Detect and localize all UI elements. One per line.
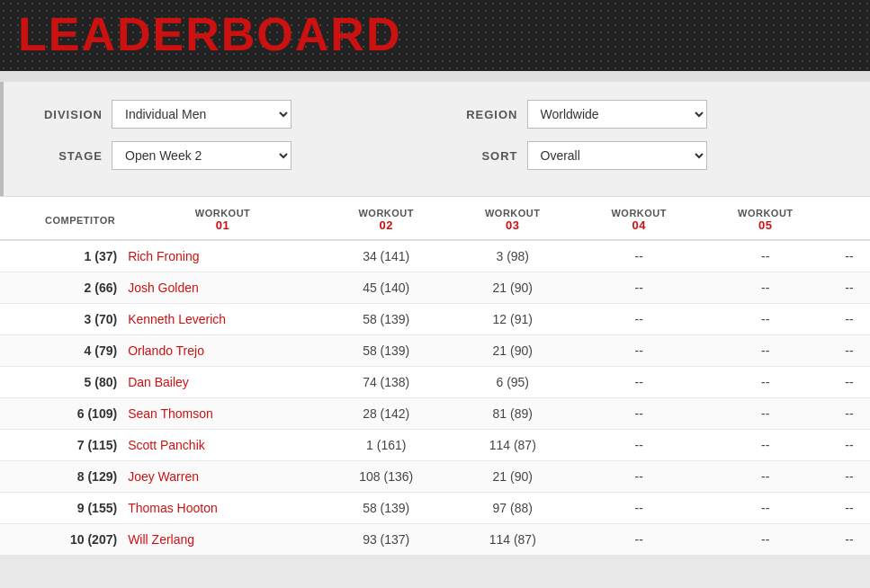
name-cell[interactable]: Kenneth Leverich — [122, 304, 323, 335]
w04-cell: -- — [703, 398, 830, 430]
w04-cell: -- — [703, 367, 830, 398]
w01-cell: 1 (161) — [323, 430, 450, 461]
w03-cell: -- — [576, 398, 703, 430]
w05-cell: -- — [829, 493, 870, 524]
w01-cell: 45 (140) — [323, 272, 450, 304]
w02-cell: 6 (95) — [449, 367, 576, 398]
w05-cell: -- — [829, 304, 870, 335]
col-w02: WORKOUT 02 — [323, 197, 450, 240]
w03-cell: -- — [576, 335, 703, 367]
rank-cell: 4 (79) — [0, 335, 122, 367]
name-cell[interactable]: Scott Panchik — [122, 430, 323, 461]
col-competitor: COMPETITOR — [0, 197, 122, 240]
stage-label: STAGE — [22, 149, 103, 163]
col-w01: WORKOUT 01 — [122, 197, 323, 240]
w05-cell: -- — [829, 430, 870, 461]
w01-cell: 58 (139) — [323, 335, 450, 367]
table-row: 9 (155)Thomas Hooton58 (139)97 (88)-----… — [0, 493, 870, 524]
table-body: 1 (37)Rich Froning34 (141)3 (98)------2 … — [0, 240, 870, 556]
rank-cell: 2 (66) — [0, 272, 122, 304]
name-cell[interactable]: Orlando Trejo — [122, 335, 323, 367]
leaderboard-table-section: COMPETITOR WORKOUT 01 WORKOUT 02 WORKOUT… — [0, 196, 870, 556]
table-row: 7 (115)Scott Panchik1 (161)114 (87)-----… — [0, 430, 870, 461]
page-title: LEADERBOARD — [18, 9, 852, 60]
w03-cell: -- — [576, 367, 703, 398]
rank-cell: 1 (37) — [0, 240, 122, 272]
w04-cell: -- — [703, 493, 830, 524]
rank-cell: 8 (129) — [0, 461, 122, 493]
w05-cell: -- — [829, 524, 870, 556]
w04-cell: -- — [703, 304, 830, 335]
rank-cell: 10 (207) — [0, 524, 122, 556]
name-cell[interactable]: Dan Bailey — [122, 367, 323, 398]
table-row: 1 (37)Rich Froning34 (141)3 (98)------ — [0, 240, 870, 272]
w01-cell: 93 (137) — [323, 524, 450, 556]
w02-cell: 21 (90) — [449, 272, 576, 304]
rank-cell: 5 (80) — [0, 367, 122, 398]
w02-cell: 12 (91) — [449, 304, 576, 335]
table-row: 6 (109)Sean Thomson28 (142)81 (89)------ — [0, 398, 870, 430]
name-cell[interactable]: Rich Froning — [122, 240, 323, 272]
w03-cell: -- — [576, 304, 703, 335]
w01-cell: 58 (139) — [323, 493, 450, 524]
sort-label: SORT — [437, 149, 518, 163]
stage-filter: STAGE Open Week 1 Open Week 2 Open Week … — [22, 141, 437, 170]
region-filter: REGION Worldwide North America Europe As… — [437, 100, 853, 129]
table-row: 8 (129)Joey Warren108 (136)21 (90)------ — [0, 461, 870, 493]
w05-cell: -- — [829, 398, 870, 430]
rank-cell: 7 (115) — [0, 430, 122, 461]
rank-cell: 6 (109) — [0, 398, 122, 430]
stage-select[interactable]: Open Week 1 Open Week 2 Open Week 3 Open… — [112, 141, 291, 170]
w02-cell: 114 (87) — [449, 524, 576, 556]
w02-cell: 21 (90) — [449, 461, 576, 493]
w01-cell: 74 (138) — [323, 367, 450, 398]
w05-cell: -- — [829, 461, 870, 493]
region-label: REGION — [437, 108, 518, 121]
w02-cell: 21 (90) — [449, 335, 576, 367]
name-cell[interactable]: Josh Golden — [122, 272, 323, 304]
w05-cell: -- — [829, 367, 870, 398]
w03-cell: -- — [576, 461, 703, 493]
w04-cell: -- — [703, 335, 830, 367]
rank-cell: 3 (70) — [0, 304, 122, 335]
name-cell[interactable]: Joey Warren — [122, 461, 323, 493]
col-w04: WORKOUT 04 — [576, 197, 703, 240]
w03-cell: -- — [576, 430, 703, 461]
w04-cell: -- — [703, 240, 830, 272]
division-label: DIVISION — [22, 108, 103, 121]
w04-cell: -- — [703, 430, 830, 461]
w01-cell: 34 (141) — [323, 240, 450, 272]
rank-cell: 9 (155) — [0, 493, 122, 524]
name-cell[interactable]: Will Zerlang — [122, 524, 323, 556]
sort-select[interactable]: Overall Workout 01 Workout 02 Workout 03… — [527, 141, 707, 170]
table-row: 2 (66)Josh Golden45 (140)21 (90)------ — [0, 272, 870, 304]
w04-cell: -- — [703, 461, 830, 493]
w01-cell: 28 (142) — [323, 398, 450, 430]
filters-section: DIVISION Individual Men Individual Women… — [0, 82, 870, 196]
w01-cell: 108 (136) — [323, 461, 450, 493]
table-row: 4 (79)Orlando Trejo58 (139)21 (90)------ — [0, 335, 870, 367]
w03-cell: -- — [576, 240, 703, 272]
leaderboard-table: COMPETITOR WORKOUT 01 WORKOUT 02 WORKOUT… — [0, 197, 870, 556]
main-content: DIVISION Individual Men Individual Women… — [0, 82, 870, 556]
header-separator — [0, 71, 870, 82]
region-select[interactable]: Worldwide North America Europe Asia Sout… — [527, 100, 707, 129]
table-row: 5 (80)Dan Bailey74 (138)6 (95)------ — [0, 367, 870, 398]
w02-cell: 81 (89) — [449, 398, 576, 430]
page-header: LEADERBOARD — [0, 0, 870, 71]
w04-cell: -- — [703, 272, 830, 304]
w03-cell: -- — [576, 493, 703, 524]
sort-filter: SORT Overall Workout 01 Workout 02 Worko… — [437, 141, 853, 170]
col-w03: WORKOUT 03 — [449, 197, 576, 240]
w04-cell: -- — [703, 524, 830, 556]
table-row: 10 (207)Will Zerlang93 (137)114 (87)----… — [0, 524, 870, 556]
w01-cell: 58 (139) — [323, 304, 450, 335]
table-header-row: COMPETITOR WORKOUT 01 WORKOUT 02 WORKOUT… — [0, 197, 870, 240]
division-select[interactable]: Individual Men Individual Women Masters … — [112, 100, 291, 129]
name-cell[interactable]: Thomas Hooton — [122, 493, 323, 524]
name-cell[interactable]: Sean Thomson — [122, 398, 323, 430]
w05-cell: -- — [829, 335, 870, 367]
w03-cell: -- — [576, 272, 703, 304]
w03-cell: -- — [576, 524, 703, 556]
w05-cell: -- — [829, 272, 870, 304]
